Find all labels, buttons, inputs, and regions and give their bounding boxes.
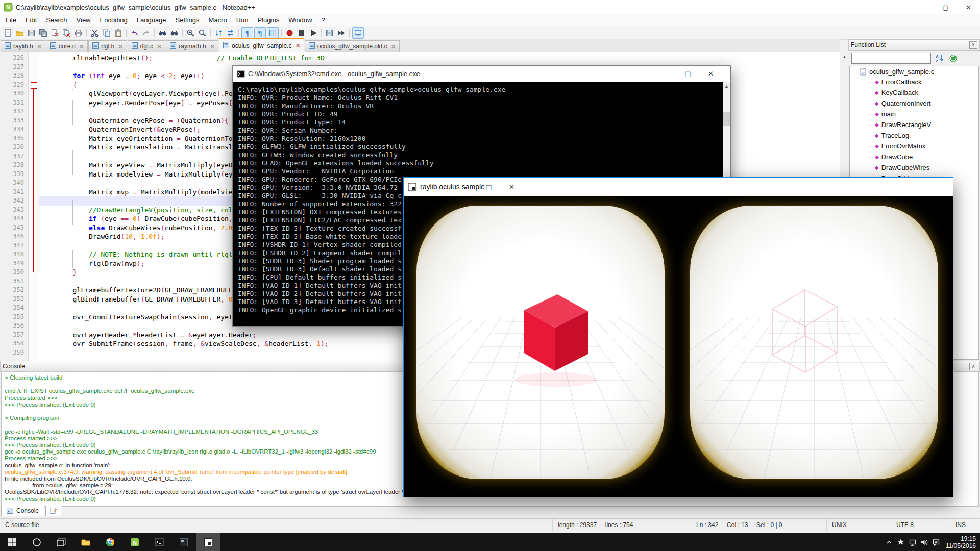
tab-core.c[interactable]: core.c✕ [46, 40, 88, 52]
menu-settings[interactable]: Settings [171, 15, 204, 26]
tab-oculus_glfw_sample.c[interactable]: oculus_glfw_sample.c✕ [219, 38, 304, 52]
menu-run[interactable]: Run [232, 15, 253, 26]
macro-play-icon[interactable] [308, 28, 318, 38]
zoom-out-icon[interactable]: - [197, 28, 208, 38]
sync-horizontal-icon[interactable] [225, 28, 236, 38]
menu-language[interactable]: Language [132, 15, 171, 26]
function-list-item-DrawCube[interactable]: ···◆DrawCube [850, 152, 978, 162]
reload-icon[interactable] [948, 54, 958, 63]
tab-close-icon[interactable]: ✕ [80, 44, 84, 49]
cmd-close-button[interactable]: ✕ [699, 66, 722, 82]
network-icon[interactable] [909, 538, 917, 546]
show-all-chars-icon[interactable]: ¶ [254, 27, 266, 39]
undo-icon[interactable] [129, 28, 140, 38]
file-explorer-button[interactable] [74, 533, 98, 551]
function-list-item-QuaternionInvert[interactable]: ···◆QuaternionInvert [850, 98, 978, 109]
tab-close-icon[interactable]: ✕ [157, 44, 161, 49]
find-icon[interactable] [157, 28, 168, 38]
copy-icon[interactable] [101, 28, 112, 38]
print-icon[interactable] [73, 28, 84, 38]
function-list-item-KeyCallback[interactable]: ···◆KeyCallback [850, 87, 978, 98]
macro-record-icon[interactable] [284, 28, 295, 38]
sync-vertical-icon[interactable] [213, 28, 224, 38]
tab-close-icon[interactable]: ✕ [210, 44, 214, 49]
cmd-minimize-button[interactable]: – [653, 66, 676, 82]
paste-icon[interactable] [113, 28, 124, 38]
start-button[interactable] [0, 533, 24, 551]
macro-run-multi-icon[interactable] [336, 28, 347, 38]
macro-stop-icon[interactable] [296, 28, 307, 38]
gear-icon[interactable] [897, 538, 905, 546]
close-icon[interactable] [50, 28, 60, 38]
open-file-icon[interactable] [14, 28, 25, 38]
secondary-console-tab[interactable] [45, 506, 61, 516]
tab-raymath.h[interactable]: raymath.h✕ [166, 40, 218, 52]
tab-rlgl.h[interactable]: rlgl.h✕ [88, 40, 127, 52]
maximize-button[interactable]: ▢ [934, 0, 957, 14]
cmd-maximize-button[interactable]: □ [676, 66, 699, 82]
sort-az-icon[interactable]: A Z [935, 54, 944, 63]
menu-view[interactable]: View [72, 15, 95, 26]
menu-plugins[interactable]: Plugins [253, 15, 284, 26]
console-tab[interactable]: Console [1, 506, 44, 516]
action-center-icon[interactable] [932, 538, 940, 546]
replace-icon[interactable] [169, 28, 180, 38]
menu-edit[interactable]: Edit [21, 15, 41, 26]
function-list-item-TraceLog[interactable]: ···◆TraceLog [850, 130, 978, 141]
menu-file[interactable]: File [1, 15, 21, 26]
macro-save-icon[interactable] [324, 28, 335, 38]
search-button[interactable] [24, 533, 49, 551]
tab-raylib.h[interactable]: raylib.h✕ [1, 40, 45, 52]
close-all-icon[interactable] [61, 28, 72, 38]
raylib-button[interactable] [196, 533, 220, 551]
raylib-maximize-button[interactable]: □ [477, 178, 500, 196]
redo-icon[interactable] [141, 28, 152, 38]
menu-help[interactable]: ? [316, 15, 329, 26]
task-view-button[interactable] [49, 533, 74, 551]
tab-oculus_glfw_sample.old.c[interactable]: oculus_glfw_sample.old.c✕ [305, 40, 400, 52]
tab-rlgl.c[interactable]: rlgl.c✕ [128, 40, 166, 52]
tab-close-icon[interactable]: ✕ [391, 44, 396, 49]
chevron-up-icon[interactable] [885, 538, 893, 546]
function-list-item-main[interactable]: ···◆main [850, 109, 978, 119]
save-icon[interactable] [26, 28, 37, 38]
doc-map-icon[interactable] [352, 27, 364, 39]
tab-close-icon[interactable]: ✕ [118, 44, 122, 49]
close-button[interactable]: ✕ [957, 0, 980, 14]
scroll-up-arrow-icon[interactable]: ▲ [840, 52, 849, 61]
volume-icon[interactable] [920, 538, 928, 546]
cmd-button[interactable] [147, 533, 172, 551]
function-list-item-ErrorCallback[interactable]: ···◆ErrorCallback [850, 77, 978, 87]
function-list-root[interactable]: − oculus_glfw_sample.c [850, 66, 978, 77]
function-list-item-FromOvrMatrix[interactable]: ···◆FromOvrMatrix [850, 141, 978, 152]
chrome-button[interactable] [98, 533, 122, 551]
cut-icon[interactable] [89, 28, 100, 38]
function-list-item-DrawRectangleV[interactable]: ···◆DrawRectangleV [850, 119, 978, 130]
fold-margin[interactable]: − [29, 52, 39, 361]
notepad-plus-plus-button[interactable]: N [122, 533, 147, 551]
console-close-icon[interactable]: x [969, 363, 977, 370]
function-search-input[interactable] [851, 53, 931, 64]
word-wrap-icon[interactable]: ¶ [241, 27, 253, 39]
cmd-titlebar[interactable]: C:\Windows\System32\cmd.exe - oculus_glf… [233, 66, 730, 82]
taskbar-clock[interactable]: 19:15 11/05/2016 [946, 535, 976, 549]
dark-app-button[interactable] [172, 533, 196, 551]
indent-guide-icon[interactable] [267, 27, 279, 39]
raylib-titlebar[interactable]: raylib oculus sample – □ ✕ [404, 178, 953, 196]
raylib-close-button[interactable]: ✕ [500, 178, 523, 196]
minimize-button[interactable]: – [911, 0, 934, 14]
menu-search[interactable]: Search [41, 15, 71, 26]
new-file-icon[interactable] [3, 28, 13, 38]
fold-collapse-icon[interactable]: − [31, 82, 37, 89]
menu-window[interactable]: Window [284, 15, 316, 26]
menu-encoding[interactable]: Encoding [95, 15, 132, 26]
cmd-scrollbar-thumb[interactable] [723, 112, 730, 126]
tab-close-icon[interactable]: ✕ [296, 43, 300, 48]
cmd-scroll-up-icon[interactable]: ▲ [723, 82, 730, 90]
function-list-item-DrawCubeWires[interactable]: ···◆DrawCubeWires [850, 162, 978, 173]
save-all-icon[interactable] [38, 28, 48, 38]
menu-macro[interactable]: Macro [204, 15, 232, 26]
tree-collapse-icon[interactable]: − [852, 69, 857, 74]
zoom-in-icon[interactable]: + [185, 28, 196, 38]
raylib-minimize-button[interactable]: – [454, 178, 477, 196]
